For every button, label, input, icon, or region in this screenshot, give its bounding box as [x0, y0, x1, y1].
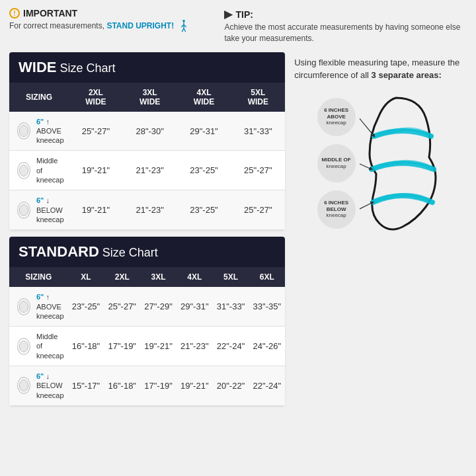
- right-bold-text: 3 separate areas:: [372, 70, 442, 80]
- std-col-xl: XL: [68, 267, 104, 287]
- wide-middle-2xl: 19"-21": [69, 151, 123, 190]
- right-panel: Using flexible measuring tape, measure t…: [294, 52, 467, 413]
- important-body: For correct measurements, STAND UPRIGHT!: [9, 20, 211, 33]
- right-description: Using flexible measuring tape, measure t…: [294, 56, 467, 82]
- content-area: WIDE Size Chart SIZING 2XLWIDE 3XLWIDE 4…: [9, 52, 467, 413]
- wide-row-above-label: 6" ↑ ABOVE kneecap: [9, 112, 69, 151]
- knee-middle-icon: [15, 160, 33, 181]
- std-above-5xl: 31"-33": [213, 287, 249, 326]
- std-below-5xl: 20"-22": [213, 366, 249, 406]
- tip-body-text: Achieve the most accurate measurements b…: [224, 22, 460, 43]
- wide-row-below-label: 6" ↓ BELOW kneecap: [9, 190, 69, 230]
- std-below-6xl: 22"-24": [249, 366, 285, 406]
- std-above-6xl: 33"-35": [249, 287, 285, 326]
- wide-bold-title: WIDE: [19, 59, 56, 75]
- wide-col-sizing: SIZING: [9, 83, 69, 112]
- wide-below-5xl: 25"-27": [231, 190, 285, 230]
- std-row-middle: Middle of kneecap 16"-18" 17"-19" 19"-21…: [9, 327, 285, 366]
- knee-above-icon: [15, 120, 33, 141]
- wide-row-above: 6" ↑ ABOVE kneecap 25"-27" 28"-30" 29"-3…: [9, 112, 285, 151]
- svg-line-20: [360, 202, 373, 210]
- label-middle-bubble: MIDDLE OFkneecap: [317, 144, 356, 182]
- wide-chart-header: WIDE Size Chart: [9, 52, 285, 83]
- svg-point-11: [19, 204, 28, 216]
- standard-chart-section: STANDARD Size Chart SIZING XL 2XL 3XL 4X…: [9, 237, 285, 406]
- left-panel: WIDE Size Chart SIZING 2XLWIDE 3XLWIDE 4…: [9, 52, 285, 413]
- wide-middle-3xl: 21"-23": [123, 151, 177, 190]
- std-middle-6xl: 24"-26": [249, 327, 285, 366]
- label-below-bubble: 6 INCHESBELOWkneecap: [317, 190, 356, 229]
- knee-diagram: 6 INCHESABOVEkneecap MIDDLE OFkneecap 6 …: [315, 91, 447, 237]
- wide-middle-4xl: 23"-25": [177, 151, 231, 190]
- std-middle-4xl: 21"-23": [177, 327, 213, 366]
- knee-svg: [360, 91, 446, 237]
- notice-important: ! IMPORTANT For correct measurements, ST…: [9, 8, 211, 33]
- std-row-middle-label: Middle of kneecap: [9, 327, 68, 366]
- std-col-2xl: 2XL: [104, 267, 140, 287]
- standard-rest-title: Size Chart: [99, 246, 158, 259]
- wide-chart-table: SIZING 2XLWIDE 3XLWIDE 4XLWIDE 5XLWIDE: [9, 83, 285, 231]
- std-knee-middle-icon: [15, 336, 33, 357]
- svg-line-4: [182, 28, 184, 32]
- wide-middle-5xl: 25"-27": [231, 151, 285, 190]
- std-middle-3xl: 19"-21": [140, 327, 177, 366]
- tip-body: Achieve the most accurate measurements b…: [224, 22, 467, 44]
- std-below-4xl: 19"-21": [177, 366, 213, 406]
- svg-line-19: [360, 163, 372, 169]
- wide-row-below: 6" ↓ BELOW kneecap 19"-21" 21"-23" 23"-2…: [9, 190, 285, 230]
- wide-row-middle-label: Middle of kneecap: [9, 151, 69, 190]
- wide-below-2xl: 19"-21": [69, 190, 123, 230]
- std-above-3xl: 27"-29": [140, 287, 177, 326]
- wide-col-3xl: 3XLWIDE: [123, 83, 177, 112]
- standard-table-header-row: SIZING XL 2XL 3XL 4XL 5XL 6XL: [9, 267, 285, 287]
- svg-line-18: [360, 117, 374, 136]
- wide-above-2xl: 25"-27": [69, 112, 123, 151]
- svg-point-7: [19, 126, 28, 137]
- label-above-bubble: 6 INCHESABOVEkneecap: [317, 98, 356, 136]
- std-below-xl: 15"-17": [68, 366, 104, 406]
- important-body-text: For correct measurements,: [9, 21, 106, 30]
- std-col-5xl: 5XL: [213, 267, 249, 287]
- std-middle-2xl: 17"-19": [104, 327, 140, 366]
- svg-point-0: [182, 20, 185, 22]
- wide-below-3xl: 21"-23": [123, 190, 177, 230]
- std-row-above-label: 6" ↑ ABOVE kneecap: [9, 287, 68, 326]
- wide-above-5xl: 31"-33": [231, 112, 285, 151]
- svg-line-5: [184, 28, 186, 32]
- std-knee-above-icon: [15, 296, 33, 317]
- svg-point-9: [19, 165, 28, 176]
- tip-title: ▶ TIP:: [224, 8, 467, 20]
- std-above-xl: 23"-25": [68, 287, 104, 326]
- wide-row-middle: Middle of kneecap 19"-21" 21"-23" 23"-25…: [9, 151, 285, 190]
- important-icon: !: [9, 8, 20, 19]
- standard-chart-header: STANDARD Size Chart: [9, 237, 285, 267]
- std-row-above: 6" ↑ ABOVE kneecap 23"-25" 25"-27" 27"-2…: [9, 287, 285, 326]
- notice-tip: ▶ TIP: Achieve the most accurate measure…: [224, 8, 467, 44]
- svg-point-17: [19, 380, 28, 391]
- stand-upright-icon: [179, 20, 188, 33]
- std-col-3xl: 3XL: [140, 267, 177, 287]
- standard-bold-title: STANDARD: [19, 243, 99, 260]
- std-row-below-label: 6" ↓ BELOW kneecap: [9, 366, 68, 406]
- wide-col-2xl: 2XLWIDE: [69, 83, 123, 112]
- std-middle-5xl: 22"-24": [213, 327, 249, 366]
- wide-below-4xl: 23"-25": [177, 190, 231, 230]
- std-col-6xl: 6XL: [249, 267, 285, 287]
- std-col-sizing: SIZING: [9, 267, 68, 287]
- wide-col-5xl: 5XLWIDE: [231, 83, 285, 112]
- wide-above-4xl: 29"-31": [177, 112, 231, 151]
- std-below-2xl: 16"-18": [104, 366, 140, 406]
- std-col-4xl: 4XL: [177, 267, 213, 287]
- svg-point-13: [19, 301, 28, 312]
- page: ! IMPORTANT For correct measurements, ST…: [0, 0, 476, 476]
- wide-rest-title: Size Chart: [56, 61, 115, 75]
- wide-above-3xl: 28"-30": [123, 112, 177, 151]
- std-knee-below-icon: [15, 375, 33, 396]
- important-label: IMPORTANT: [23, 8, 77, 19]
- important-highlight: STAND UPRIGHT!: [106, 21, 174, 30]
- std-below-3xl: 17"-19": [140, 366, 177, 406]
- notices-bar: ! IMPORTANT For correct measurements, ST…: [9, 8, 467, 44]
- knee-below-icon: [15, 200, 33, 221]
- important-title: ! IMPORTANT: [9, 8, 211, 19]
- tip-label: TIP:: [235, 9, 253, 20]
